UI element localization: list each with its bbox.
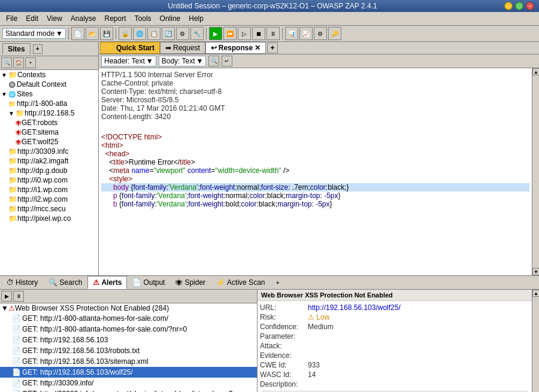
alert-detail-body: URL: http://192.168.56.103/wolf25/ Risk:… [258,301,532,392]
tree-site-192[interactable]: ▼ 📁 http://192.168.5 [0,108,98,118]
menu-analyse[interactable]: Analyse [67,13,100,24]
toolbar-pause[interactable]: ⏸ [267,27,280,40]
spider-icon-2: 🕷 [16,129,22,136]
toolbar-config[interactable]: ⚙ [314,27,327,40]
find-button[interactable]: 🔍 [208,56,219,66]
alert-item-3[interactable]: 📄 GET: http://192.168.56.103 [0,335,257,345]
toolbar-step[interactable]: ⏩ [223,27,237,40]
tree-get-sitemap[interactable]: 🕷 GET:sitema [0,127,98,137]
tree-sites[interactable]: ▼ 🌐 Sites [0,89,98,99]
history-icon: ⏱ [7,278,14,287]
url-value[interactable]: http://192.168.56.103/wolf25/ [308,303,529,312]
tree-get-wolf25[interactable]: 🕷 GET:wolf25 [0,137,98,147]
menu-report[interactable]: Report [101,13,130,24]
response-panel: ⚡ Quick Start ➡ Request ↩ Response ✕ + H… [99,42,539,275]
spider-icon-3: 🕷 [16,139,22,145]
window-controls[interactable]: − □ × [504,2,534,10]
tree-site-mcc[interactable]: 📁 http://mcc.secu [0,204,98,214]
alert-item-8[interactable]: 📄 GET: http://30309.info/wp-content/plug… [0,388,257,392]
toolbar-btn-2[interactable]: 🌐 [133,27,146,40]
toolbar-btn-3[interactable]: 📋 [147,27,161,40]
add-sites-tab-button[interactable]: + [33,44,43,54]
request-tab[interactable]: ➡ Request [160,42,205,54]
html-meta: <meta name="viewport" content="width=dev… [101,166,529,175]
tree-site-i1[interactable]: 📁 http://i1.wp.com [0,185,98,195]
alert-group-xss[interactable]: ▼ ⚠ Web Browser XSS Protection Not Enabl… [0,303,257,313]
add-request-tab[interactable]: + [267,42,278,53]
toolbar-btn-6[interactable]: 🔧 [190,27,204,40]
close-button[interactable]: × [526,2,534,10]
menu-edit[interactable]: Edit [22,13,42,24]
alert-item-4[interactable]: 📄 GET: http://192.168.56.103/robots.txt [0,345,257,356]
tree-get-robots[interactable]: 🕷 GET:robots [0,118,98,127]
body-type-arrow: ▼ [196,57,204,65]
tree-site-i0[interactable]: 📁 http://i0.wp.com [0,175,98,185]
site-mcc-label: http://mcc.secu [17,205,66,213]
mode-dropdown[interactable]: Standard mode ▼ [2,28,66,39]
alerts-play-btn[interactable]: ▶ [1,291,12,302]
menu-tools[interactable]: Tools [131,13,155,24]
alerts-pause-btn[interactable]: ⏸ [13,291,24,302]
html-style: <style> [101,175,529,183]
menu-view[interactable]: View [43,13,66,24]
tree-site-ak2[interactable]: 📁 http://ak2.imgaft [0,156,98,166]
sites-home-icon[interactable]: 🏠 [13,57,24,68]
detail-scrollbar[interactable]: ▲ ▼ [532,290,539,392]
alert-item-2[interactable]: 📄 GET: http://1-800-atlanta-homes-for-sa… [0,324,257,335]
body-type-dropdown[interactable]: Body: Text ▼ [159,56,207,66]
minimize-button[interactable]: − [504,2,513,10]
toolbar-open[interactable]: 📂 [86,27,99,40]
alert-item-6[interactable]: 📄 GET: http://192.168.56.103/wolf25/ [0,367,257,378]
sites-tab[interactable]: Sites [2,43,31,54]
alert-item-1[interactable]: 📄 GET: http://1-800-atlanta-homes-for-sa… [0,313,257,324]
scroll-down-btn[interactable]: ▼ [532,268,539,275]
tree-site-30309[interactable]: 📁 http://30309.infc [0,147,98,156]
response-active-icon: ✕ [255,44,261,52]
toolbar-options[interactable]: 📊 [285,27,298,40]
tree-site-1-800[interactable]: 📁 http://1-800-atla [0,99,98,108]
tree-site-i2[interactable]: 📁 http://i2.wp.com [0,195,98,204]
alert-item-7[interactable]: 📄 GET: http://30309.info/ [0,378,257,388]
tab-alerts[interactable]: ⚠ Alerts [87,276,127,289]
site-192-label: http://192.168.5 [25,109,74,117]
tab-search[interactable]: 🔍 Search [43,276,87,289]
tab-add[interactable]: + [270,276,284,288]
tab-output[interactable]: 📄 Output [127,276,170,289]
scroll-up-btn[interactable]: ▲ [532,68,539,75]
sites-search-icon[interactable]: 🔍 [1,57,12,68]
toolbar-btn-5[interactable]: ⚙ [176,27,189,40]
wrap-button[interactable]: ↵ [222,56,232,66]
toolbar-btn-1[interactable]: 🔒 [119,27,132,40]
tree-default-context[interactable]: 🔘 Default Context [0,80,98,89]
response-tab[interactable]: ↩ Response ✕ [205,42,266,54]
toolbar-stop[interactable]: ⏹ [252,27,265,40]
detail-row-url: URL: http://192.168.56.103/wolf25/ [260,303,529,312]
bottom-container: ▶ ⏸ ▼ ⚠ Web Browser XSS Protection Not E… [0,290,539,392]
menu-help[interactable]: Help [185,13,207,24]
response-scrollbar[interactable]: ▲ ▼ [532,68,539,275]
quick-start-tab[interactable]: ⚡ Quick Start [100,42,160,54]
maximize-button[interactable]: □ [515,2,523,10]
header-type-dropdown[interactable]: Header: Text ▼ [101,56,156,66]
tab-active-scan[interactable]: ⚡ Active Scan [211,276,270,289]
tab-history[interactable]: ⏱ History [1,276,43,289]
alert-item-5[interactable]: 📄 GET: http://192.168.56.103/sitemap.xml [0,356,257,367]
site-192-folder-icon: 📁 [16,109,25,117]
menu-file[interactable]: File [2,13,21,24]
toolbar-btn-4[interactable]: 🔄 [162,27,175,40]
tree-site-pixel[interactable]: 📁 http://pixel.wp.co [0,214,98,223]
toolbar-new[interactable]: 📄 [71,27,84,40]
description-label: Description: [260,380,308,388]
toolbar-save[interactable]: 💾 [100,27,113,40]
toolbar-start[interactable]: ▶ [209,27,222,40]
toolbar-report[interactable]: 📈 [299,27,313,40]
toolbar-misc[interactable]: 🔑 [328,27,341,40]
detail-scroll-up[interactable]: ▲ [532,290,539,297]
attack-label: Attack: [260,342,308,350]
toolbar-forward[interactable]: ▷ [238,27,251,40]
menu-online[interactable]: Online [156,13,184,24]
tree-site-dp[interactable]: 📁 http://dp.g.doub [0,166,98,175]
tree-contexts[interactable]: ▼ 📁 Contexts [0,70,98,80]
tab-spider[interactable]: 🕷 Spider [170,276,211,289]
sites-add-icon[interactable]: + [25,57,36,68]
